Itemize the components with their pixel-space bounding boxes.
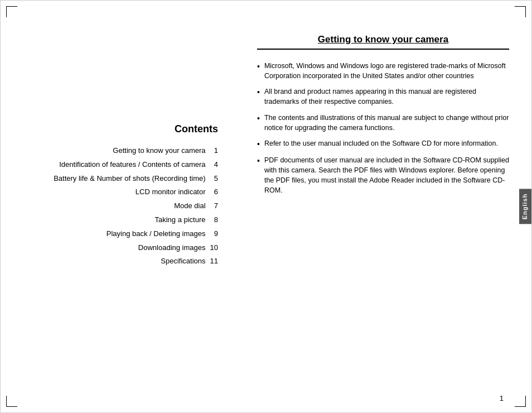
contents-item-label: Battery life & Number of shots (Recordin… bbox=[17, 172, 208, 186]
contents-item-label: Specifications bbox=[17, 254, 208, 268]
list-item: All brand and product names appearing in… bbox=[257, 87, 509, 107]
table-row: Taking a picture8 bbox=[17, 213, 240, 227]
table-row: Mode dial7 bbox=[17, 199, 240, 213]
corner-mark-bl bbox=[6, 396, 17, 407]
contents-title: Contents bbox=[17, 123, 240, 135]
language-tab: English bbox=[519, 189, 531, 224]
table-row: Getting to know your camera1 bbox=[17, 144, 240, 158]
table-row: Downloading images10 bbox=[17, 241, 240, 255]
contents-item-page: 9 bbox=[208, 227, 240, 241]
contents-item-label: Mode dial bbox=[17, 199, 208, 213]
page-number: 1 bbox=[500, 394, 504, 402]
contents-item-label: Playing back / Deleting images bbox=[17, 227, 208, 241]
corner-mark-tr bbox=[515, 6, 526, 17]
contents-item-label: Downloading images bbox=[17, 241, 208, 255]
contents-section: Contents Getting to know your camera1Ide… bbox=[17, 123, 240, 268]
corner-mark-tl bbox=[6, 6, 17, 17]
contents-item-page: 11 bbox=[208, 254, 240, 268]
contents-item-label: Taking a picture bbox=[17, 213, 208, 227]
contents-item-page: 10 bbox=[208, 241, 240, 255]
contents-item-label: Getting to know your camera bbox=[17, 144, 208, 158]
table-row: Identification of features / Contents of… bbox=[17, 158, 240, 172]
list-item: The contents and illustrations of this m… bbox=[257, 113, 509, 133]
table-row: LCD monitor indicator6 bbox=[17, 185, 240, 199]
table-row: Battery life & Number of shots (Recordin… bbox=[17, 172, 240, 186]
corner-mark-br bbox=[515, 396, 526, 407]
contents-item-page: 5 bbox=[208, 172, 240, 186]
contents-table: Getting to know your camera1Identificati… bbox=[17, 144, 240, 268]
list-item: Refer to the user manual included on the… bbox=[257, 138, 509, 150]
contents-item-page: 7 bbox=[208, 199, 240, 213]
table-row: Playing back / Deleting images9 bbox=[17, 227, 240, 241]
list-item: PDF documents of user manual are include… bbox=[257, 155, 509, 196]
contents-item-label: LCD monitor indicator bbox=[17, 185, 208, 199]
contents-item-page: 6 bbox=[208, 185, 240, 199]
contents-item-page: 4 bbox=[208, 158, 240, 172]
list-item: Microsoft, Windows and Windows logo are … bbox=[257, 61, 509, 81]
page-container: English Contents Getting to know your ca… bbox=[0, 0, 532, 413]
contents-item-label: Identification of features / Contents of… bbox=[17, 158, 208, 172]
contents-item-page: 1 bbox=[208, 144, 240, 158]
table-row: Specifications11 bbox=[17, 254, 240, 268]
right-section: Getting to know your camera Microsoft, W… bbox=[257, 34, 509, 201]
page-title: Getting to know your camera bbox=[257, 34, 509, 50]
bullet-list: Microsoft, Windows and Windows logo are … bbox=[257, 61, 509, 196]
contents-item-page: 8 bbox=[208, 213, 240, 227]
